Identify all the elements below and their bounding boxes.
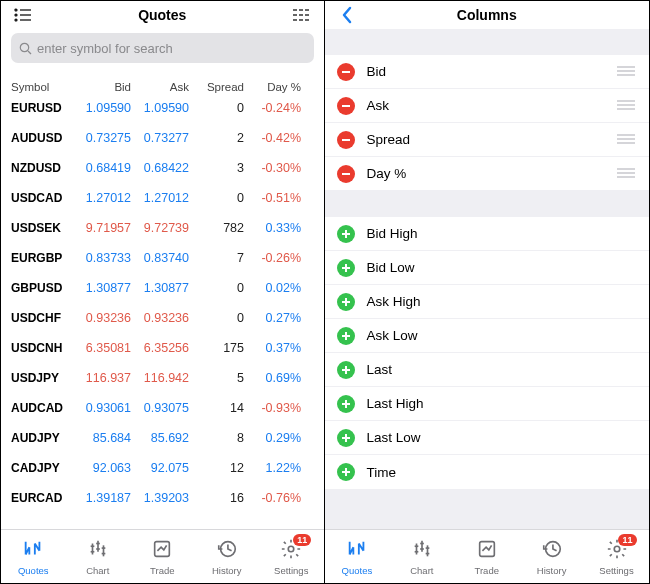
svg-point-15 bbox=[20, 43, 28, 51]
column-active-item[interactable]: Bid bbox=[325, 55, 650, 89]
remove-column-button[interactable] bbox=[337, 97, 355, 115]
drag-handle-icon[interactable] bbox=[617, 98, 635, 113]
ask-cell: 0.83740 bbox=[131, 251, 189, 265]
column-inactive-item[interactable]: Ask Low bbox=[325, 319, 650, 353]
table-row[interactable]: USDJPY116.937116.94250.69% bbox=[1, 363, 324, 393]
symbol-cell: USDCHF bbox=[11, 311, 73, 325]
tab-history[interactable]: History bbox=[522, 538, 582, 576]
day-cell: 0.02% bbox=[244, 281, 307, 295]
day-cell: 0.27% bbox=[244, 311, 307, 325]
search-input[interactable]: enter symbol for search bbox=[11, 33, 314, 63]
tab-history[interactable]: History bbox=[197, 538, 257, 576]
svg-point-2 bbox=[15, 14, 17, 16]
ask-cell: 1.27012 bbox=[131, 191, 189, 205]
table-row[interactable]: GBPUSD1.308771.3087700.02% bbox=[1, 273, 324, 303]
day-cell: 0.29% bbox=[244, 431, 307, 445]
column-inactive-item[interactable]: Last Low bbox=[325, 421, 650, 455]
column-active-item[interactable]: Ask bbox=[325, 89, 650, 123]
column-inactive-item[interactable]: Ask High bbox=[325, 285, 650, 319]
table-row[interactable]: CADJPY92.06392.075121.22% bbox=[1, 453, 324, 483]
drag-handle-icon[interactable] bbox=[617, 64, 635, 79]
view-simple-icon[interactable] bbox=[11, 3, 35, 27]
ask-cell: 0.68422 bbox=[131, 161, 189, 175]
table-row[interactable]: AUDJPY85.68485.69280.29% bbox=[1, 423, 324, 453]
tab-label: Settings bbox=[599, 565, 633, 576]
table-row[interactable]: USDCAD1.270121.270120-0.51% bbox=[1, 183, 324, 213]
tab-label: Quotes bbox=[18, 565, 49, 576]
tab-quotes[interactable]: Quotes bbox=[3, 538, 63, 576]
column-label: Bid bbox=[367, 64, 618, 79]
history-icon bbox=[216, 538, 238, 562]
table-row[interactable]: NZDUSD0.684190.684223-0.30% bbox=[1, 153, 324, 183]
spread-cell: 16 bbox=[189, 491, 244, 505]
bid-cell: 92.063 bbox=[73, 461, 131, 475]
table-row[interactable]: EURGBP0.837330.837407-0.26% bbox=[1, 243, 324, 273]
svg-point-0 bbox=[15, 9, 17, 11]
add-column-button[interactable] bbox=[337, 395, 355, 413]
add-column-button[interactable] bbox=[337, 225, 355, 243]
view-advanced-icon[interactable] bbox=[290, 3, 314, 27]
remove-column-button[interactable] bbox=[337, 131, 355, 149]
column-label: Last bbox=[367, 362, 636, 377]
bid-cell: 0.93061 bbox=[73, 401, 131, 415]
add-column-button[interactable] bbox=[337, 293, 355, 311]
column-label: Day % bbox=[367, 166, 618, 181]
header-bid: Bid bbox=[73, 81, 131, 93]
column-inactive-item[interactable]: Last bbox=[325, 353, 650, 387]
header-ask: Ask bbox=[131, 81, 189, 93]
remove-column-button[interactable] bbox=[337, 165, 355, 183]
drag-handle-icon[interactable] bbox=[617, 166, 635, 181]
header-symbol: Symbol bbox=[11, 81, 73, 93]
column-inactive-item[interactable]: Time bbox=[325, 455, 650, 489]
table-row[interactable]: AUDCAD0.930610.9307514-0.93% bbox=[1, 393, 324, 423]
tab-settings[interactable]: Settings11 bbox=[587, 538, 647, 576]
ask-cell: 85.692 bbox=[131, 431, 189, 445]
table-row[interactable]: USDCNH6.350816.352561750.37% bbox=[1, 333, 324, 363]
table-row[interactable]: EURCAD1.391871.3920316-0.76% bbox=[1, 483, 324, 513]
tab-settings[interactable]: Settings11 bbox=[261, 538, 321, 576]
settings-badge: 11 bbox=[618, 534, 636, 546]
column-inactive-item[interactable]: Last High bbox=[325, 387, 650, 421]
page-title: Quotes bbox=[35, 7, 290, 23]
spread-cell: 175 bbox=[189, 341, 244, 355]
bid-cell: 1.30877 bbox=[73, 281, 131, 295]
ask-cell: 0.93075 bbox=[131, 401, 189, 415]
spread-cell: 8 bbox=[189, 431, 244, 445]
column-inactive-item[interactable]: Bid Low bbox=[325, 251, 650, 285]
tab-label: Quotes bbox=[342, 565, 373, 576]
trade-icon bbox=[151, 538, 173, 562]
spread-cell: 0 bbox=[189, 281, 244, 295]
day-cell: 0.37% bbox=[244, 341, 307, 355]
tab-trade[interactable]: Trade bbox=[457, 538, 517, 576]
tab-chart[interactable]: Chart bbox=[68, 538, 128, 576]
table-row[interactable]: USDSEK9.719579.727397820.33% bbox=[1, 213, 324, 243]
table-row[interactable]: AUDUSD0.732750.732772-0.42% bbox=[1, 123, 324, 153]
add-column-button[interactable] bbox=[337, 463, 355, 481]
tab-chart[interactable]: Chart bbox=[392, 538, 452, 576]
bid-cell: 6.35081 bbox=[73, 341, 131, 355]
tab-quotes[interactable]: Quotes bbox=[327, 538, 387, 576]
add-column-button[interactable] bbox=[337, 361, 355, 379]
search-placeholder: enter symbol for search bbox=[37, 41, 173, 56]
column-inactive-item[interactable]: Bid High bbox=[325, 217, 650, 251]
table-row[interactable]: USDCHF0.932360.9323600.27% bbox=[1, 303, 324, 333]
tab-trade[interactable]: Trade bbox=[132, 538, 192, 576]
add-column-button[interactable] bbox=[337, 259, 355, 277]
add-column-button[interactable] bbox=[337, 429, 355, 447]
back-button[interactable] bbox=[335, 3, 359, 27]
drag-handle-icon[interactable] bbox=[617, 132, 635, 147]
ask-cell: 9.72739 bbox=[131, 221, 189, 235]
bid-cell: 9.71957 bbox=[73, 221, 131, 235]
remove-column-button[interactable] bbox=[337, 63, 355, 81]
day-cell: -0.42% bbox=[244, 131, 307, 145]
column-active-item[interactable]: Spread bbox=[325, 123, 650, 157]
column-label: Time bbox=[367, 465, 636, 480]
symbol-cell: USDCNH bbox=[11, 341, 73, 355]
day-cell: 1.22% bbox=[244, 461, 307, 475]
table-row[interactable]: EURUSD1.095901.095900-0.24% bbox=[1, 93, 324, 123]
add-column-button[interactable] bbox=[337, 327, 355, 345]
bid-cell: 0.83733 bbox=[73, 251, 131, 265]
ask-cell: 116.942 bbox=[131, 371, 189, 385]
bid-cell: 1.09590 bbox=[73, 101, 131, 115]
column-active-item[interactable]: Day % bbox=[325, 157, 650, 191]
